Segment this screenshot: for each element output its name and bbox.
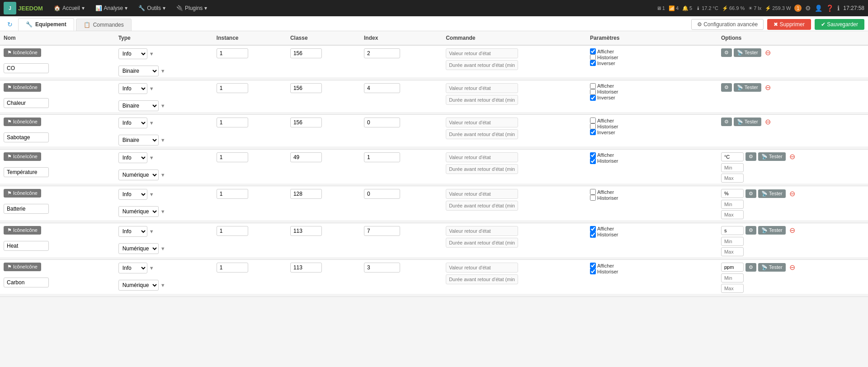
cmd-duration-input[interactable]: [446, 201, 518, 211]
historiser-checkbox[interactable]: [590, 89, 596, 95]
index-input[interactable]: [364, 118, 400, 127]
unit-input[interactable]: [721, 226, 744, 235]
instance-input[interactable]: [217, 48, 248, 58]
subtype-select[interactable]: Binaire Numérique Autre: [118, 280, 159, 291]
name-input[interactable]: [4, 241, 49, 251]
gear-button[interactable]: ⚙: [745, 152, 756, 161]
name-input[interactable]: [4, 167, 49, 177]
icon-button[interactable]: ⚑ IcôneIcône: [4, 48, 41, 57]
delete-button[interactable]: ✖ Supprimer: [767, 19, 811, 30]
max-input[interactable]: [721, 210, 744, 219]
gear-button[interactable]: ⚙: [745, 263, 756, 272]
remove-button[interactable]: ⊖: [763, 48, 773, 57]
max-input[interactable]: [721, 174, 744, 183]
index-input[interactable]: [364, 152, 400, 162]
cmd-state-input[interactable]: [446, 118, 518, 127]
cmd-state-input[interactable]: [446, 226, 518, 236]
afficher-checkbox[interactable]: [590, 263, 596, 268]
icon-button[interactable]: ⚑ IcôneIcône: [4, 118, 41, 126]
icon-button[interactable]: ⚑ IcôneIcône: [4, 263, 41, 271]
gear-button[interactable]: ⚙: [721, 83, 732, 92]
type-select[interactable]: Info Action: [118, 48, 147, 59]
icon-button[interactable]: ⚑ IcôneIcône: [4, 83, 41, 92]
historiser-checkbox[interactable]: [590, 123, 596, 129]
tester-button[interactable]: 📡 Tester: [758, 152, 786, 161]
historiser-checkbox[interactable]: [590, 54, 596, 60]
instance-input[interactable]: [217, 83, 248, 93]
cmd-duration-input[interactable]: [446, 95, 518, 105]
type-select[interactable]: Info Action: [118, 189, 147, 200]
historiser-checkbox[interactable]: [590, 268, 596, 274]
config-advanced-button[interactable]: ⚙ Configuration avancée: [691, 19, 764, 30]
unit-input[interactable]: [721, 152, 744, 161]
cmd-duration-input[interactable]: [446, 238, 518, 248]
min-input[interactable]: [721, 200, 744, 209]
classe-input[interactable]: [290, 48, 322, 58]
historiser-checkbox[interactable]: [590, 158, 596, 164]
remove-button[interactable]: ⊖: [763, 83, 773, 92]
type-select[interactable]: Info Action: [118, 152, 147, 163]
afficher-checkbox[interactable]: [590, 83, 596, 89]
nav-accueil[interactable]: 🏠 Accueil ▾: [49, 3, 89, 13]
instance-input[interactable]: [217, 263, 248, 273]
name-input[interactable]: [4, 204, 49, 214]
nav-plugins[interactable]: 🔌 Plugins ▾: [172, 3, 212, 13]
icon-button[interactable]: ⚑ IcôneIcône: [4, 226, 41, 235]
gear-button[interactable]: ⚙: [721, 118, 732, 126]
tab-commands[interactable]: 📋 Commandes: [76, 19, 132, 31]
classe-input[interactable]: [290, 263, 322, 273]
tester-button[interactable]: 📡 Tester: [734, 48, 761, 57]
gear-button[interactable]: ⚙: [721, 48, 732, 57]
afficher-checkbox[interactable]: [590, 189, 596, 195]
subtype-select[interactable]: Binaire Numérique Autre: [118, 169, 159, 180]
gear-button[interactable]: ⚙: [745, 189, 756, 198]
min-input[interactable]: [721, 273, 744, 282]
historiser-checkbox[interactable]: [590, 195, 596, 201]
classe-input[interactable]: [290, 83, 322, 93]
name-input[interactable]: [4, 63, 49, 73]
afficher-checkbox[interactable]: [590, 226, 596, 232]
subtype-select[interactable]: Binaire Numérique Autre: [118, 66, 159, 76]
save-button[interactable]: ✔ Sauvegarder: [815, 19, 864, 30]
index-input[interactable]: [364, 83, 400, 93]
classe-input[interactable]: [290, 152, 322, 162]
subtype-select[interactable]: Binaire Numérique Autre: [118, 100, 159, 111]
inverser-checkbox[interactable]: [590, 129, 596, 135]
remove-button[interactable]: ⊖: [788, 189, 797, 198]
index-input[interactable]: [364, 263, 400, 273]
user-icon[interactable]: 👤: [815, 5, 822, 12]
tester-button[interactable]: 📡 Tester: [758, 189, 786, 198]
notif-badge[interactable]: 1: [794, 5, 802, 12]
nav-analyse[interactable]: 📊 Analyse ▾: [91, 3, 132, 13]
instance-input[interactable]: [217, 226, 248, 236]
gear-button[interactable]: ⚙: [745, 226, 756, 235]
cmd-state-input[interactable]: [446, 263, 518, 273]
cmd-duration-input[interactable]: [446, 129, 518, 139]
index-input[interactable]: [364, 189, 400, 199]
inverser-checkbox[interactable]: [590, 95, 596, 101]
tester-button[interactable]: 📡 Tester: [758, 263, 786, 272]
type-select[interactable]: Info Action: [118, 83, 147, 94]
min-input[interactable]: [721, 237, 744, 246]
classe-input[interactable]: [290, 118, 322, 127]
classe-input[interactable]: [290, 189, 322, 199]
subtype-select[interactable]: Binaire Numérique Autre: [118, 243, 159, 254]
inverser-checkbox[interactable]: [590, 60, 596, 66]
refresh-btn[interactable]: ↻: [4, 19, 16, 30]
cmd-state-input[interactable]: [446, 48, 518, 58]
cmd-state-input[interactable]: [446, 152, 518, 162]
cmd-duration-input[interactable]: [446, 60, 518, 70]
instance-input[interactable]: [217, 152, 248, 162]
instance-input[interactable]: [217, 189, 248, 199]
classe-input[interactable]: [290, 226, 322, 236]
tab-equipment[interactable]: 🔧 Equipement: [18, 18, 74, 31]
type-select[interactable]: Info Action: [118, 263, 147, 273]
max-input[interactable]: [721, 247, 744, 256]
info-icon[interactable]: ℹ: [837, 5, 840, 12]
afficher-checkbox[interactable]: [590, 48, 596, 54]
index-input[interactable]: [364, 226, 400, 236]
name-input[interactable]: [4, 278, 49, 287]
historiser-checkbox[interactable]: [590, 232, 596, 238]
afficher-checkbox[interactable]: [590, 152, 596, 158]
unit-input[interactable]: [721, 189, 744, 198]
